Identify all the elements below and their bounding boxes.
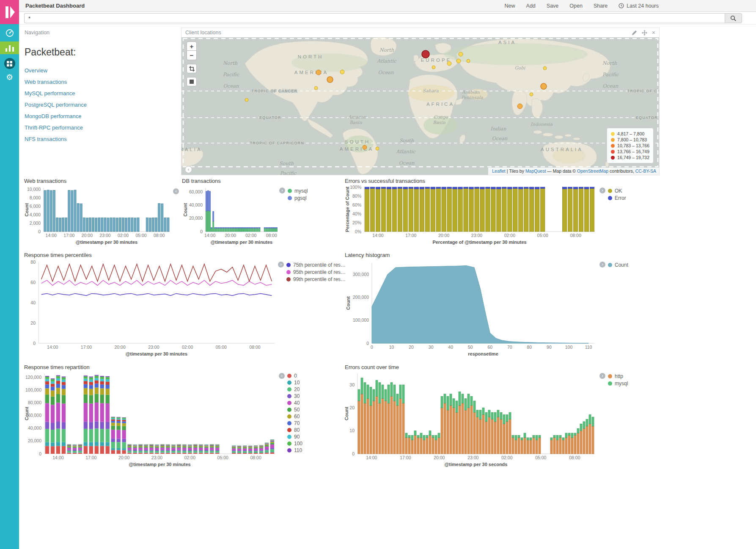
map-marker[interactable] xyxy=(459,52,463,56)
map-marker[interactable] xyxy=(376,147,379,150)
map-label: Sahara xyxy=(423,88,439,93)
legend-toggle-icon[interactable]: › xyxy=(278,262,284,268)
map-legend-row: 7,800 – 10,783 xyxy=(611,137,649,143)
svg-text:17:00: 17:00 xyxy=(81,345,92,350)
fit-bounds-button[interactable] xyxy=(187,77,197,86)
legend-label: 60 xyxy=(294,414,300,419)
map-marker[interactable] xyxy=(447,61,451,66)
svg-text:40: 40 xyxy=(448,345,453,350)
nav-link-thrift-rpc-performance[interactable]: Thrift-RPC performance xyxy=(25,124,83,131)
map-attr-link[interactable]: MapQuest xyxy=(525,168,546,174)
search-button[interactable] xyxy=(725,13,742,23)
legend-item[interactable]: pgsql xyxy=(288,194,308,201)
nav-link-mongodb-performance[interactable]: MongoDB performance xyxy=(25,113,81,119)
svg-text:20: 20 xyxy=(30,320,36,326)
map-label: North xyxy=(223,60,238,66)
dashboard-icon[interactable] xyxy=(0,58,19,69)
legend-item[interactable]: 95th percentile of res… xyxy=(286,268,346,276)
legend-item[interactable]: 40 xyxy=(287,400,302,406)
legend-item[interactable]: 10 xyxy=(287,379,302,386)
latency-histogram-chart[interactable]: 0100,000200,000300,000010203040506070809… xyxy=(345,259,660,363)
map-marker[interactable] xyxy=(422,50,429,58)
map-label: Pacific xyxy=(602,72,619,77)
legend-item[interactable]: 99th percentile of res… xyxy=(286,276,346,283)
map-label: AUSTRALIA xyxy=(541,147,583,152)
query-input[interactable] xyxy=(24,13,725,23)
legend-toggle-icon[interactable]: › xyxy=(279,373,285,379)
legend-item[interactable]: 60 xyxy=(287,413,302,420)
map-marker[interactable] xyxy=(363,145,367,149)
settings-icon[interactable]: ⚙ xyxy=(0,73,19,82)
legend-item[interactable]: 70 xyxy=(287,420,302,427)
world-map[interactable]: TROPIC OF CANCERTROPIC OF CAEQUATOREQUAT… xyxy=(181,37,659,175)
map-marker[interactable] xyxy=(517,104,522,109)
legend-item[interactable]: OK xyxy=(608,187,626,194)
map-attr-link[interactable]: Leaflet xyxy=(492,168,506,174)
time-filter-button[interactable]: Last 24 hours xyxy=(619,3,659,9)
nav-link-mysql-performance[interactable]: MySQL performance xyxy=(25,90,75,97)
zoom-in-button[interactable]: + xyxy=(187,41,197,51)
attribution-toggle-icon[interactable]: ‹ xyxy=(185,166,192,173)
map-marker[interactable] xyxy=(245,98,248,102)
legend-toggle-icon[interactable]: › xyxy=(599,262,605,268)
edit-panel-icon[interactable] xyxy=(632,30,637,35)
nav-item: Web transactions xyxy=(25,76,178,88)
svg-text:23:00: 23:00 xyxy=(99,233,110,238)
nav-link-web-transactions[interactable]: Web transactions xyxy=(25,79,67,85)
legend-item[interactable]: 0 xyxy=(287,372,302,379)
map-marker[interactable] xyxy=(432,66,435,69)
nav-link-postgresql-performance[interactable]: PostgreSQL performance xyxy=(25,102,87,108)
kibana-logo[interactable] xyxy=(0,0,19,24)
legend-item[interactable]: 100 xyxy=(287,440,302,447)
menu-open[interactable]: Open xyxy=(569,3,583,9)
menu-save[interactable]: Save xyxy=(547,3,559,9)
menu-share[interactable]: Share xyxy=(594,3,608,9)
legend-item[interactable]: 20 xyxy=(287,386,302,393)
discover-icon[interactable] xyxy=(0,28,19,38)
legend-item[interactable]: 90 xyxy=(287,433,302,440)
map-marker[interactable] xyxy=(541,83,547,89)
map-marker[interactable] xyxy=(314,86,318,90)
map-marker[interactable] xyxy=(467,59,470,63)
chart-legend: ›httpmysql xyxy=(599,372,628,387)
legend-item[interactable]: mysql xyxy=(288,187,308,194)
map-marker[interactable] xyxy=(327,77,333,83)
close-panel-icon[interactable]: × xyxy=(652,30,655,35)
menu-new[interactable]: New xyxy=(505,3,515,9)
legend-item[interactable]: http xyxy=(608,372,628,380)
legend-item[interactable]: 30 xyxy=(287,393,302,400)
legend-item[interactable]: Error xyxy=(608,194,626,201)
map-marker[interactable] xyxy=(456,59,461,63)
menu-add[interactable]: Add xyxy=(526,3,536,9)
legend-toggle-icon[interactable]: › xyxy=(279,188,285,193)
box-zoom-button[interactable] xyxy=(187,64,197,73)
legend-toggle-icon[interactable]: › xyxy=(599,373,605,379)
map-attribution: Leaflet | Tiles by MapQuest — Map data ©… xyxy=(488,168,659,175)
svg-text:Count: Count xyxy=(24,407,29,420)
zoom-out-button[interactable]: − xyxy=(187,51,197,60)
legend-item[interactable]: 75th percentile of res… xyxy=(286,261,346,268)
map-marker[interactable] xyxy=(316,70,321,75)
panel-response-times-percentiles: Response times percentiles 02040608014:0… xyxy=(24,252,339,363)
panel-title: Navigation xyxy=(25,30,178,36)
legend-item[interactable]: 50 xyxy=(287,406,302,413)
map-attr-link[interactable]: CC-BY-SA xyxy=(635,168,656,174)
map-marker[interactable] xyxy=(543,66,547,70)
nav-link-nfs-transactions[interactable]: NFS transactions xyxy=(25,136,67,142)
legend-label: mysql xyxy=(615,381,628,386)
nav-link-overview[interactable]: Overview xyxy=(25,67,47,74)
legend-item[interactable]: Count xyxy=(608,261,628,268)
db-transactions-chart[interactable]: 020,00040,00060,00014:0020:0002:0008:00@… xyxy=(182,185,336,250)
map-legend-row: 10,783 – 13,766 xyxy=(611,143,649,149)
map-marker[interactable] xyxy=(530,93,533,96)
legend-item[interactable]: 80 xyxy=(287,427,302,433)
legend-toggle-icon[interactable]: ‹ xyxy=(173,188,179,194)
move-panel-icon[interactable] xyxy=(642,30,647,36)
visualize-icon[interactable] xyxy=(0,41,19,54)
legend-item[interactable]: mysql xyxy=(608,380,628,387)
web-transactions-chart[interactable]: 02,0004,0006,0008,00010,00014:0017:0020:… xyxy=(24,185,180,250)
map-marker[interactable] xyxy=(340,70,344,74)
legend-item[interactable]: 110 xyxy=(287,447,302,454)
map-attr-link[interactable]: OpenStreetMap xyxy=(577,168,608,174)
legend-toggle-icon[interactable]: › xyxy=(599,188,605,193)
